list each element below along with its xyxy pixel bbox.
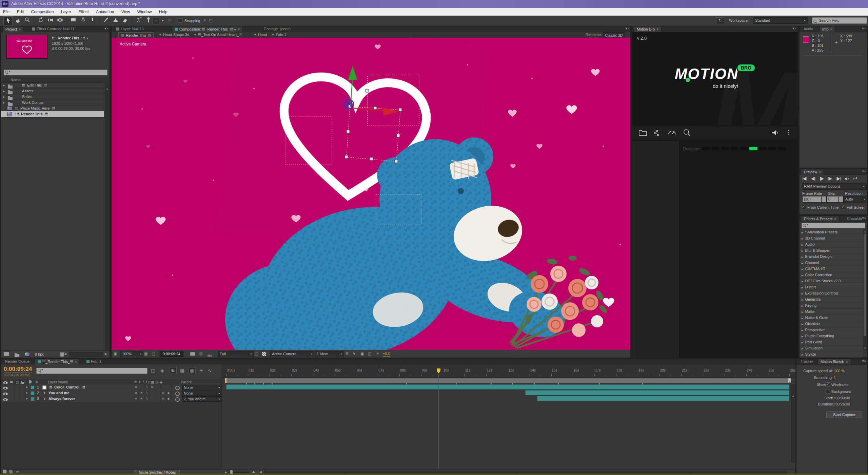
shy-switch[interactable]: ≋	[133, 384, 139, 390]
frame-blend-switch[interactable]	[155, 384, 161, 390]
tab-foto1[interactable]: Foto 1	[84, 359, 104, 364]
threed-switch[interactable]	[166, 384, 172, 390]
effects-category[interactable]: ▶Stylize	[800, 352, 863, 358]
text-tool[interactable]: T	[88, 16, 97, 25]
duration-segment[interactable]	[749, 147, 757, 150]
speaker-icon[interactable]	[771, 129, 780, 136]
layer-name[interactable]: !!!_Color_Control_!!!	[48, 385, 85, 389]
duration-segment[interactable]	[702, 147, 710, 150]
timeline-search-input[interactable]: ▼	[36, 368, 147, 374]
time-area-scrollbar[interactable]: ▲	[791, 384, 795, 462]
collapse-switch[interactable]	[139, 384, 144, 390]
view-layout-dropdown[interactable]: 1 View▼	[315, 351, 344, 357]
layer-duration-bar[interactable]	[537, 396, 789, 401]
scroll-right-icon[interactable]: ▶	[105, 352, 107, 356]
from-current-time-checkbox[interactable]: From Current Time	[802, 205, 839, 209]
tab-timeline-comp[interactable]: !!!_Render This_!!!×	[35, 359, 80, 364]
label-chip[interactable]	[31, 392, 34, 395]
next-frame-button[interactable]	[827, 176, 834, 181]
h-scrollbar[interactable]	[69, 352, 103, 357]
comp-mini-flowchart-icon[interactable]: ◫	[151, 368, 155, 373]
effects-category[interactable]: ▶Obsolete	[800, 321, 863, 327]
motion-blur-switch[interactable]	[160, 384, 166, 390]
tab-motion-bro[interactable]: Motion Bro×	[634, 26, 662, 32]
close-icon[interactable]: ×	[238, 27, 240, 31]
menu-effect[interactable]: Effect	[75, 10, 92, 14]
new-composition-icon[interactable]	[25, 352, 30, 357]
pan-behind-tool[interactable]	[56, 16, 64, 25]
effects-category[interactable]: ▶Noise & Grain	[800, 315, 863, 321]
pick-whip-icon[interactable]	[175, 386, 180, 390]
menu-animation[interactable]: Animation	[93, 10, 117, 14]
pen-tool[interactable]	[79, 16, 87, 25]
close-icon[interactable]: ×	[834, 217, 836, 221]
timeline-icon[interactable]: ▣	[360, 350, 364, 357]
tab-tracker[interactable]: Tracker	[798, 359, 816, 364]
fx-switch[interactable]	[150, 390, 155, 396]
work-area-bar[interactable]	[225, 378, 791, 383]
transparency-grid-icon[interactable]	[262, 352, 266, 356]
axis-mode-view[interactable]: ◻	[167, 18, 173, 24]
snap-bbox-icon[interactable]: ▢	[209, 18, 212, 23]
always-preview-icon[interactable]: ▣	[114, 350, 117, 357]
motion-blur-switch[interactable]: ◎	[160, 390, 166, 396]
tab-layer[interactable]: Layer: Null 13	[114, 26, 146, 32]
wireframe-checkbox[interactable]: Wireframe	[826, 382, 849, 387]
collapse-switch[interactable]: ☀	[139, 396, 144, 401]
effects-category[interactable]: ▶Channel	[800, 260, 863, 266]
background-checkbox[interactable]: Background	[826, 389, 851, 394]
eye-icon[interactable]	[3, 398, 8, 401]
parent-dropdown[interactable]: 2. You and m▼	[182, 396, 222, 402]
tab-preview[interactable]: Preview×	[801, 169, 824, 175]
breadcrumb-item[interactable]: Heart	[258, 32, 267, 37]
camera-tool[interactable]	[46, 16, 55, 25]
audio-button[interactable]	[844, 176, 851, 181]
tab-composition[interactable]: Composition: !!!_Render This_!!! ▼×	[172, 26, 243, 32]
pick-whip-icon[interactable]	[175, 397, 180, 402]
snapshot-icon[interactable]	[190, 352, 195, 356]
roi-icon[interactable]: ▢	[255, 350, 258, 357]
playhead-line[interactable]	[438, 372, 439, 469]
selection-handle[interactable]	[366, 89, 369, 92]
effects-category[interactable]: ▶Blur & Sharpen	[800, 248, 863, 254]
eraser-tool[interactable]	[121, 16, 130, 25]
shy-switch[interactable]: ≋	[133, 390, 139, 396]
selected-layer-box[interactable]	[345, 105, 402, 163]
duration-segments[interactable]	[702, 147, 787, 151]
threed-switch[interactable]: ◈	[166, 390, 172, 396]
taskbar-icon[interactable]	[3, 470, 6, 473]
tab-project[interactable]: Project×	[2, 26, 24, 32]
brush-tool[interactable]	[102, 16, 111, 25]
layer-name[interactable]: Always forever	[48, 397, 75, 401]
prev-frame-button[interactable]	[810, 176, 817, 181]
capture-speed-value[interactable]: 100	[834, 369, 840, 373]
effects-search-input[interactable]: ▼	[802, 223, 865, 228]
kebab-menu-icon[interactable]: ⋮	[786, 129, 791, 136]
hand-tool[interactable]	[14, 16, 22, 25]
exposure-value[interactable]: +0,0	[383, 351, 390, 357]
menu-layer[interactable]: Layer	[58, 10, 74, 14]
project-item-selected[interactable]: !!!_Render This_!!!	[1, 111, 104, 117]
motion-blur-switch[interactable]: ◎	[160, 396, 166, 401]
draft-3d-icon[interactable]: ◈	[160, 368, 164, 373]
first-frame-button[interactable]	[802, 176, 809, 181]
layer-name[interactable]: You and me	[48, 391, 70, 395]
camera-dropdown[interactable]: Active Camera▼	[270, 351, 314, 357]
project-comp-name[interactable]: !!!_Render This_!!!	[52, 36, 85, 40]
layer-row[interactable]: ▶ 1 !!!_Color_Control_!!! ≋ ∖ fx None▼	[1, 384, 222, 391]
safe-margins-icon[interactable]: ▢	[152, 350, 155, 357]
effects-category[interactable]: ▶Audio	[800, 242, 863, 248]
effects-category[interactable]: ▶* Animation Presets	[800, 229, 863, 235]
loop-button[interactable]	[852, 176, 860, 181]
new-folder-icon[interactable]	[15, 354, 19, 357]
title-bar[interactable]: Ae Adobe After Effects CC 2014 - Valenti…	[0, 0, 868, 8]
effects-category[interactable]: ▶DFT Film Stocks v2.0	[800, 278, 863, 284]
tab-info[interactable]: Info×	[819, 26, 835, 32]
project-search-input[interactable]: ▼	[4, 70, 107, 75]
search-icon[interactable]	[683, 129, 691, 137]
taskbar-icon[interactable]	[9, 470, 13, 473]
frame-blend-switch[interactable]	[155, 390, 161, 396]
breadcrumb-item[interactable]: !!!_Text On Small Heart_!!!	[198, 32, 242, 37]
play-button[interactable]	[818, 176, 826, 181]
panel-menu-icon[interactable]: ▼≡	[625, 27, 629, 30]
